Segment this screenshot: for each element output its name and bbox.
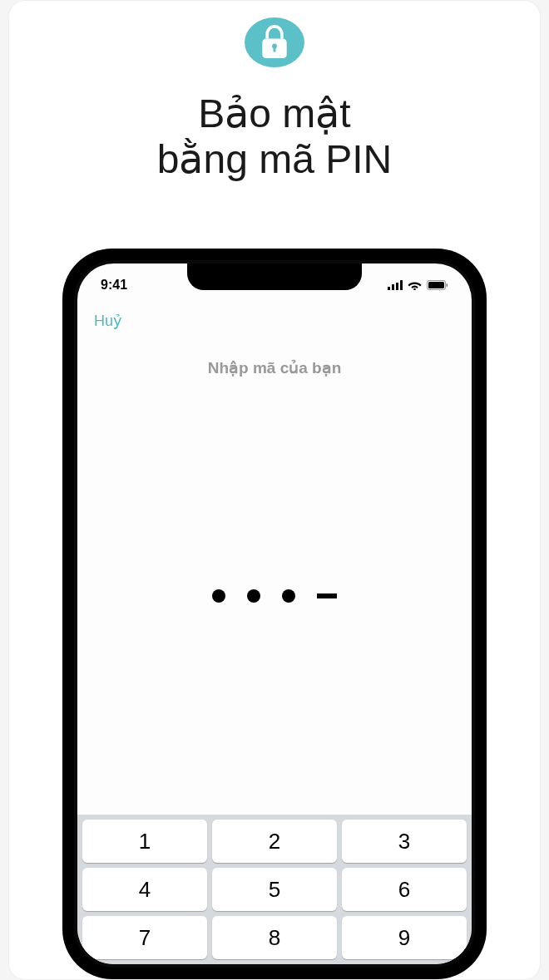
phone-notch — [187, 263, 362, 290]
key-9[interactable]: 9 — [342, 916, 467, 959]
pin-dot-2 — [247, 589, 260, 603]
numeric-keypad: 1 2 3 4 5 6 7 8 9 — [77, 815, 472, 964]
phone-inner: 9:41 — [74, 260, 475, 968]
phone-frame: 9:41 — [62, 249, 487, 979]
key-2[interactable]: 2 — [212, 820, 337, 863]
status-time: 9:41 — [101, 278, 151, 293]
promo-title: Bảo mật bằng mã PIN — [157, 91, 392, 182]
key-6[interactable]: 6 — [342, 868, 467, 911]
keypad-row-2: 4 5 6 — [82, 868, 467, 911]
pin-indicators — [77, 377, 472, 815]
promo-card: Bảo mật bằng mã PIN 9:41 — [8, 0, 541, 980]
svg-rect-2 — [274, 47, 276, 52]
pin-placeholder-4 — [317, 593, 337, 598]
wifi-icon — [408, 280, 422, 290]
svg-rect-10 — [447, 283, 448, 287]
keypad-row-3: 7 8 9 — [82, 916, 467, 959]
cellular-icon — [388, 280, 403, 290]
key-8[interactable]: 8 — [212, 916, 337, 959]
key-5[interactable]: 5 — [212, 868, 337, 911]
key-7[interactable]: 7 — [82, 916, 207, 959]
key-3[interactable]: 3 — [342, 820, 467, 863]
nav-bar: Huỷ — [77, 300, 472, 330]
svg-point-7 — [413, 288, 416, 290]
pin-dot-1 — [212, 589, 225, 603]
key-1[interactable]: 1 — [82, 820, 207, 863]
pin-dot-3 — [282, 589, 295, 603]
prompt-text: Nhập mã của bạn — [77, 358, 472, 377]
promo-title-line-2: bằng mã PIN — [157, 137, 392, 181]
status-indicators — [388, 280, 448, 290]
phone-screen: 9:41 — [77, 263, 472, 964]
keypad-row-1: 1 2 3 — [82, 820, 467, 863]
promo-title-line-1: Bảo mật — [198, 91, 350, 135]
battery-icon — [427, 280, 448, 290]
lock-icon — [245, 17, 304, 67]
svg-rect-6 — [400, 280, 403, 290]
svg-rect-4 — [392, 284, 394, 290]
cancel-button[interactable]: Huỷ — [94, 313, 122, 329]
svg-rect-3 — [388, 287, 390, 290]
key-4[interactable]: 4 — [82, 868, 207, 911]
svg-rect-9 — [428, 282, 444, 288]
prompt-area: Nhập mã của bạn — [77, 330, 472, 377]
svg-rect-5 — [396, 283, 398, 290]
